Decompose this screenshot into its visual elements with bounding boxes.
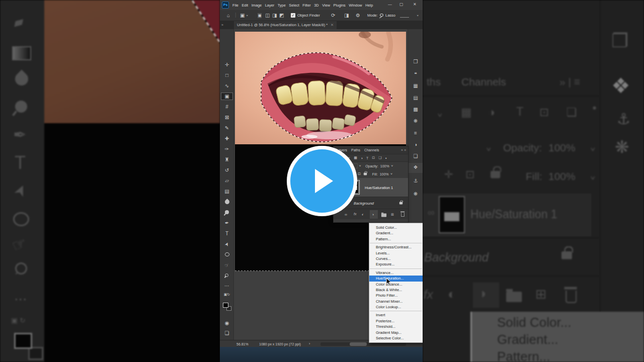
new-group-icon[interactable] xyxy=(381,214,386,217)
menu-item-photo-filter[interactable]: Photo Filter... xyxy=(369,293,423,298)
object-finder-checkbox[interactable]: ✓ xyxy=(291,13,295,18)
gradients-icon[interactable]: ▤ xyxy=(408,96,423,101)
blur-tool[interactable] xyxy=(224,199,230,205)
default-colors-icon[interactable]: ▣↻ xyxy=(220,293,234,296)
layers-icon[interactable]: ❖ xyxy=(408,165,423,170)
menu-item-color-balance[interactable]: Color Balance... xyxy=(369,282,423,287)
menu-item-gradient[interactable]: Gradient... xyxy=(369,230,423,236)
status-arrow-icon[interactable]: › xyxy=(309,342,310,345)
menu-item-curves[interactable]: Curves... xyxy=(369,256,423,261)
scrollbar-thumb[interactable] xyxy=(350,342,367,346)
crop-tool[interactable]: # xyxy=(220,105,234,110)
intersect-selection-icon[interactable]: ◩ xyxy=(279,13,284,18)
object-selection-tool[interactable]: ▣ xyxy=(220,94,234,99)
new-selection-icon[interactable]: ■ xyxy=(258,13,262,18)
menu-filter[interactable]: Filter xyxy=(302,3,310,8)
edit-toolbar-icon[interactable]: ⋯ xyxy=(220,284,234,289)
menu-item-solid-color[interactable]: Solid Color... xyxy=(369,225,423,230)
menu-edit[interactable]: Edit xyxy=(242,3,248,8)
play-button[interactable] xyxy=(287,146,357,216)
delete-layer-icon[interactable] xyxy=(401,213,405,217)
refresh-icon[interactable]: ⟳ xyxy=(331,13,335,18)
adjustment-presets-icon[interactable]: ◑ xyxy=(408,142,423,147)
menu-3d[interactable]: 3D xyxy=(314,3,318,8)
lasso-mode-icon[interactable] xyxy=(380,14,383,17)
hand-tool[interactable]: ☞ xyxy=(220,261,234,270)
move-tool[interactable]: ✛ xyxy=(220,62,234,67)
adjustment-layer-icon[interactable]: ◑ xyxy=(372,213,374,216)
menu-item-black-white[interactable]: Black & White... xyxy=(369,287,423,293)
eyedropper-tool[interactable]: ✎ xyxy=(220,126,234,131)
healing-brush-tool[interactable]: ✚ xyxy=(220,136,234,141)
libraries-icon[interactable]: ❏ xyxy=(408,154,423,159)
menu-item-vibrance[interactable]: Vibrance... xyxy=(369,270,423,276)
filter-smart-object-icon[interactable]: ❏ xyxy=(378,156,381,160)
patterns-icon[interactable]: ▩ xyxy=(408,107,423,112)
menu-item-selective-color[interactable]: Selective Color... xyxy=(369,335,423,341)
toolbar-collapse-icon[interactable]: » xyxy=(221,23,223,27)
shapes-icon[interactable]: ❋ xyxy=(408,192,423,197)
menu-type[interactable]: Type xyxy=(278,3,286,8)
clone-source-icon[interactable]: ❐ xyxy=(408,59,423,64)
quick-mask-icon[interactable]: ◉ xyxy=(220,321,234,326)
filter-type-icon[interactable]: T xyxy=(366,156,368,160)
home-icon[interactable]: ⌂ xyxy=(227,13,230,18)
subtract-selection-icon[interactable]: ◨ xyxy=(272,13,277,18)
new-layer-icon[interactable]: ⊞ xyxy=(391,213,394,217)
settings-gear-icon[interactable]: ⚙ xyxy=(356,13,360,18)
clone-stamp-tool[interactable]: ♜ xyxy=(220,157,234,162)
menu-item-posterize[interactable]: Posterize... xyxy=(369,318,423,324)
zoom-tool[interactable] xyxy=(225,274,228,277)
history-brush-tool[interactable]: ↺ xyxy=(220,168,234,173)
menu-item-color-lookup[interactable]: Color Lookup... xyxy=(369,304,423,310)
show-all-objects-icon[interactable]: ◨ xyxy=(344,13,349,18)
close-button[interactable]: ✕ xyxy=(413,1,417,8)
tab-close-icon[interactable]: ✕ xyxy=(331,23,334,27)
maximize-button[interactable]: ▢ xyxy=(399,1,404,8)
document-tab[interactable]: Untitled-1 @ 56.8% (Hue/Saturation 1, La… xyxy=(234,21,337,29)
lock-frame-icon[interactable]: ⊡ xyxy=(358,172,361,176)
tool-preset-icon[interactable]: ▣ xyxy=(240,13,245,18)
frame-tool[interactable]: ⊠ xyxy=(220,115,234,120)
lock-all-icon[interactable] xyxy=(364,173,367,175)
menu-item-brightness-contrast[interactable]: Brightness/Contrast... xyxy=(369,244,423,250)
menu-layer[interactable]: Layer xyxy=(265,3,275,8)
pen-tool[interactable]: ✒ xyxy=(220,221,234,226)
menu-file[interactable]: File xyxy=(232,3,238,8)
layer-name[interactable]: Hue/Saturation 1 xyxy=(365,186,393,190)
menu-plugins[interactable]: Plugins xyxy=(334,3,346,8)
opacity-chevron-icon[interactable]: ∨ xyxy=(391,165,393,167)
zoom-level[interactable]: 56.81% xyxy=(236,342,249,346)
blend-chevron-icon[interactable]: ∨ xyxy=(359,165,361,167)
add-selection-icon[interactable]: ◫ xyxy=(265,13,270,18)
screen-mode-icon[interactable]: ❏ xyxy=(220,331,234,336)
fill-value[interactable]: 100% xyxy=(380,172,389,176)
options-chevron-icon[interactable]: ∨ xyxy=(417,15,419,17)
minimize-button[interactable]: — xyxy=(388,1,392,8)
comments-icon[interactable]: ❝ xyxy=(408,72,423,77)
mode-value[interactable]: Lasso xyxy=(385,14,395,18)
color-icon[interactable]: ❋ xyxy=(408,119,423,124)
menu-item-levels[interactable]: Levels... xyxy=(369,250,423,256)
fill-chevron-icon[interactable]: ∨ xyxy=(390,173,393,175)
menu-item-pattern[interactable]: Pattern... xyxy=(369,236,423,242)
panel-collapse-icon[interactable]: » ≡ xyxy=(401,148,408,152)
lasso-tool[interactable]: ∿ xyxy=(220,83,234,88)
path-selection-tool[interactable]: ➤ xyxy=(222,237,232,252)
menu-item-channel-mixer[interactable]: Channel Mixer... xyxy=(369,299,423,304)
adjustments-icon[interactable]: ≡ xyxy=(408,131,423,136)
eraser-tool[interactable]: ▱ xyxy=(220,178,234,184)
paths-icon[interactable]: ⚓ xyxy=(408,178,423,184)
menu-image[interactable]: Image xyxy=(252,3,262,8)
filter-pin-icon[interactable]: ● xyxy=(385,156,386,159)
filter-adjustment-icon[interactable]: ◑ xyxy=(361,156,363,160)
tab-channels[interactable]: Channels xyxy=(364,148,379,152)
menu-item-threshold[interactable]: Threshold... xyxy=(369,324,423,329)
gradient-tool[interactable]: ▤ xyxy=(220,189,234,194)
menu-window[interactable]: Window xyxy=(349,3,362,8)
marquee-tool[interactable]: □ xyxy=(220,73,234,78)
opacity-value[interactable]: 100% xyxy=(380,164,389,168)
menu-item-invert[interactable]: Invert xyxy=(369,312,423,318)
menu-view[interactable]: View xyxy=(322,3,330,8)
ellipse-tool[interactable] xyxy=(225,252,229,256)
